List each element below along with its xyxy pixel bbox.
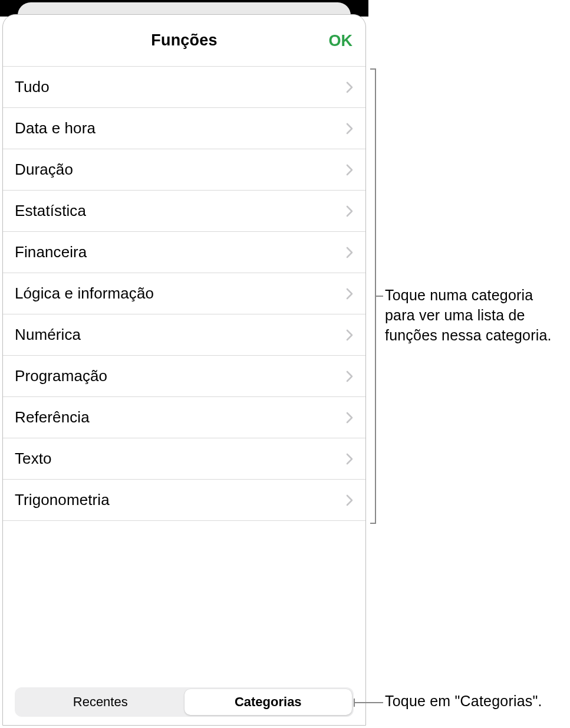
ok-button[interactable]: OK [329,31,353,50]
chevron-right-icon [344,451,355,467]
chevron-right-icon [344,492,355,509]
category-label: Programação [15,367,107,385]
callout-leader-icon [376,296,383,297]
segment-categories[interactable]: Categorias [184,689,352,715]
category-label: Financeira [15,243,87,261]
chevron-right-icon [344,120,355,137]
category-label: Trigonometria [15,491,110,509]
category-row-programming[interactable]: Programação [3,356,365,397]
category-row-duration[interactable]: Duração [3,149,365,191]
category-row-text[interactable]: Texto [3,438,365,480]
callout-bracket-icon [370,68,376,524]
callout-segment-text: Toque em "Categorias". [385,691,568,711]
category-row-trigonometry[interactable]: Trigonometria [3,480,365,521]
category-label: Tudo [15,78,50,96]
functions-sheet: Funções OK Tudo Data e hora Duração [2,14,366,726]
category-row-reference[interactable]: Referência [3,397,365,438]
chevron-right-icon [344,327,355,343]
category-label: Referência [15,408,90,427]
category-label: Duração [15,160,73,179]
category-label: Estatística [15,202,86,220]
sheet-title: Funções [151,31,217,50]
callout-leader-icon [355,702,383,703]
category-row-numeric[interactable]: Numérica [3,314,365,356]
chevron-right-icon [344,203,355,219]
chevron-right-icon [344,409,355,426]
category-row-statistics[interactable]: Estatística [3,191,365,232]
category-row-date-time[interactable]: Data e hora [3,108,365,149]
category-list: Tudo Data e hora Duração Estatística [3,67,365,521]
segment-recent[interactable]: Recentes [17,689,184,715]
chevron-right-icon [344,244,355,261]
category-row-logic-info[interactable]: Lógica e informação [3,273,365,314]
category-label: Texto [15,450,52,468]
chevron-right-icon [344,286,355,302]
chevron-right-icon [344,79,355,96]
chevron-right-icon [344,162,355,178]
callout-list-text: Toque numa categoria para ver uma lista … [385,285,562,345]
category-label: Data e hora [15,119,95,137]
segmented-control: Recentes Categorias [15,687,354,717]
category-label: Lógica e informação [15,284,154,303]
category-row-all[interactable]: Tudo [3,67,365,108]
chevron-right-icon [344,368,355,385]
category-label: Numérica [15,326,81,344]
sheet-header: Funções OK [3,15,365,67]
category-row-financial[interactable]: Financeira [3,232,365,273]
